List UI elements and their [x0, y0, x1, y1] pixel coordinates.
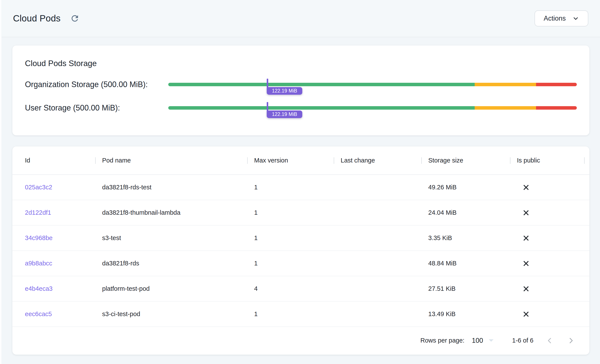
usage-marker-line	[267, 102, 268, 111]
column-header-max-version[interactable]: Max version	[247, 146, 334, 174]
cell-storage-size: 49.26 MiB	[421, 184, 510, 191]
organization-storage-row: Organization Storage (500.00 MiB): 122.1…	[25, 73, 577, 96]
column-header-label: Pod name	[102, 157, 131, 164]
cell-pod-name: da3821f8-rds	[95, 260, 247, 267]
chevron-down-icon	[572, 15, 579, 22]
column-separator	[421, 157, 422, 164]
column-header-label: Storage size	[428, 157, 463, 164]
table-header-row: Id Pod name Max version Last change Stor…	[12, 146, 589, 175]
usage-marker: 122.19 MiB	[267, 102, 268, 111]
refresh-button[interactable]	[69, 12, 81, 25]
table-pagination: Rows per page: 100 1-6 of 6	[12, 327, 589, 354]
organization-storage-label: Organization Storage (500.00 MiB):	[25, 80, 168, 89]
column-separator	[95, 157, 96, 164]
usage-marker-line	[267, 79, 268, 87]
rows-per-page-label: Rows per page:	[421, 337, 464, 344]
refresh-icon	[70, 14, 80, 23]
cell-max-version: 1	[247, 260, 334, 267]
column-header-label: Is public	[517, 157, 540, 164]
column-header-filler	[584, 146, 589, 174]
cell-pod-name: da3821f8-thumbnail-lambda	[95, 209, 247, 216]
user-storage-bar: 122.19 MiB	[168, 106, 577, 110]
organization-storage-bar: 122.19 MiB	[168, 83, 577, 86]
storage-card: Cloud Pods Storage Organization Storage …	[12, 46, 589, 136]
bar-segment-red	[536, 106, 577, 110]
column-header-label: Id	[25, 157, 30, 164]
column-separator	[584, 157, 585, 164]
cloud-pods-table-card: Id Pod name Max version Last change Stor…	[12, 146, 589, 355]
bar-segment-green	[168, 83, 475, 86]
usage-marker: 122.19 MiB	[267, 79, 268, 87]
cell-storage-size: 48.84 MiB	[421, 260, 510, 267]
top-bar: Cloud Pods Actions	[0, 0, 600, 37]
bar-segment-amber	[475, 106, 536, 110]
not-public-x-icon	[522, 234, 530, 242]
column-header-last-change[interactable]: Last change	[334, 146, 421, 174]
previous-page-button[interactable]	[544, 335, 555, 346]
column-header-storage-size[interactable]: Storage size	[421, 146, 510, 174]
cell-max-version: 1	[247, 184, 334, 191]
column-header-id[interactable]: Id	[12, 146, 95, 174]
table-row[interactable]: 34c968be s3-test 1 3.35 KiB	[12, 226, 589, 251]
not-public-x-icon	[522, 285, 530, 293]
pod-id-link[interactable]: eec6cac5	[25, 310, 52, 318]
cell-pod-name: platform-test-pod	[95, 285, 247, 292]
column-header-label: Max version	[254, 157, 288, 164]
rows-per-page-select[interactable]: 100	[472, 337, 494, 345]
not-public-x-icon	[522, 310, 530, 318]
column-header-is-public[interactable]: Is public	[510, 146, 584, 174]
pod-id-link[interactable]: a9b8abcc	[25, 260, 52, 267]
cell-storage-size: 13.49 KiB	[421, 310, 510, 318]
cell-pod-name: s3-ci-test-pod	[95, 310, 247, 318]
storage-bar-track	[168, 106, 577, 110]
column-separator	[334, 157, 334, 164]
usage-value-badge: 122.19 MiB	[267, 87, 302, 95]
table-row[interactable]: eec6cac5 s3-ci-test-pod 1 13.49 KiB	[12, 302, 589, 327]
storage-bar-track	[168, 83, 577, 86]
usage-value-badge: 122.19 MiB	[267, 110, 302, 118]
not-public-x-icon	[522, 209, 530, 217]
cell-max-version: 4	[247, 285, 334, 292]
pod-id-link[interactable]: e4b4eca3	[25, 285, 52, 292]
cell-storage-size: 3.35 KiB	[421, 234, 510, 242]
column-header-pod-name[interactable]: Pod name	[95, 146, 247, 174]
actions-button[interactable]: Actions	[534, 10, 588, 27]
column-separator	[247, 157, 248, 164]
column-separator	[510, 157, 510, 164]
pod-id-link[interactable]: 2d122df1	[25, 209, 51, 216]
storage-card-title: Cloud Pods Storage	[25, 59, 577, 68]
cell-storage-size: 27.51 KiB	[421, 285, 510, 292]
not-public-x-icon	[522, 260, 530, 267]
pod-id-link[interactable]: 34c968be	[25, 234, 52, 241]
cell-max-version: 1	[247, 234, 334, 242]
cell-pod-name: s3-test	[95, 234, 247, 242]
chevron-left-icon	[545, 336, 554, 345]
column-header-label: Last change	[341, 157, 375, 164]
pagination-range-label: 1-6 of 6	[512, 337, 534, 344]
rows-per-page-value: 100	[472, 337, 483, 345]
left-edge-strip	[0, 0, 2, 364]
cell-storage-size: 24.04 MiB	[421, 209, 510, 216]
table-row[interactable]: e4b4eca3 platform-test-pod 4 27.51 KiB	[12, 276, 589, 302]
pod-id-link[interactable]: 025ac3c2	[25, 184, 52, 191]
table-row[interactable]: a9b8abcc da3821f8-rds 1 48.84 MiB	[12, 251, 589, 276]
page-title: Cloud Pods	[13, 13, 60, 24]
not-public-x-icon	[522, 183, 530, 191]
cell-max-version: 1	[247, 310, 334, 318]
next-page-button[interactable]	[565, 335, 577, 346]
table-row[interactable]: 2d122df1 da3821f8-thumbnail-lambda 1 24.…	[12, 200, 589, 226]
chevron-right-icon	[567, 336, 576, 345]
bar-segment-red	[536, 83, 577, 86]
table-row[interactable]: 025ac3c2 da3821f8-rds-test 1 49.26 MiB	[12, 175, 589, 200]
cell-pod-name: da3821f8-rds-test	[95, 184, 247, 191]
user-storage-row: User Storage (500.00 MiB): 122.19 MiB	[25, 96, 577, 120]
actions-button-label: Actions	[544, 15, 566, 22]
user-storage-label: User Storage (500.00 MiB):	[25, 103, 168, 112]
bar-segment-green	[168, 106, 475, 110]
select-caret-icon	[489, 339, 494, 342]
bar-segment-amber	[475, 83, 536, 86]
cell-max-version: 1	[247, 209, 334, 216]
